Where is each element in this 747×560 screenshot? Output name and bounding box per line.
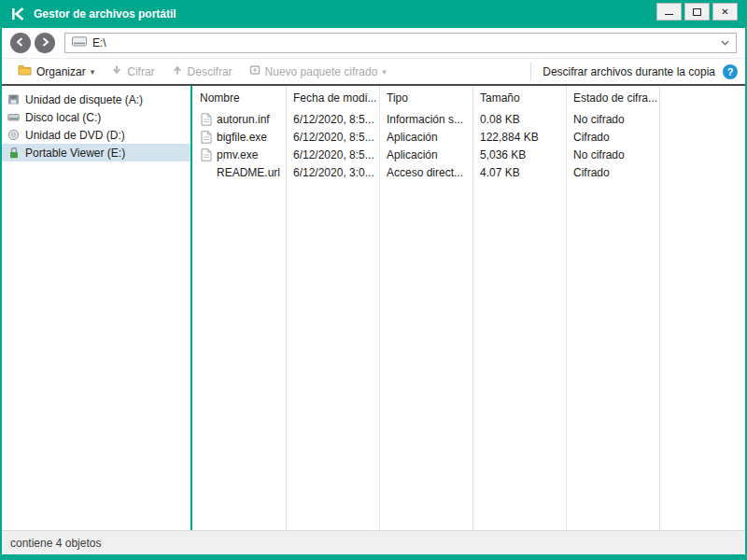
file-type: Acceso direct... bbox=[379, 166, 472, 179]
dvd-drive-icon bbox=[7, 129, 20, 141]
forward-arrow-icon bbox=[39, 36, 50, 50]
document-icon bbox=[200, 113, 212, 126]
file-row[interactable]: bigfile.exe 6/12/2020, 8:5... Aplicación… bbox=[192, 128, 744, 146]
package-icon bbox=[249, 64, 261, 78]
sidebar-item-floppy-a[interactable]: Unidad de disquete (A:) bbox=[2, 91, 190, 108]
file-list: Nombre Fecha de modi... Tipo Tamaño Esta… bbox=[192, 86, 745, 530]
decrypt-button[interactable]: Descifrar bbox=[163, 61, 241, 82]
file-size: 0.08 KB bbox=[472, 113, 566, 126]
file-row[interactable]: autorun.inf 6/12/2020, 8:5... Informació… bbox=[192, 110, 744, 128]
minimize-icon bbox=[665, 14, 673, 15]
decrypt-on-copy-label: Descifrar archivos durante la copia bbox=[543, 65, 715, 78]
forward-button[interactable] bbox=[35, 33, 55, 53]
close-icon: ✕ bbox=[721, 7, 728, 17]
organize-label: Organizar bbox=[36, 65, 86, 78]
hard-drive-icon bbox=[7, 111, 20, 123]
file-size: 122,884 KB bbox=[472, 131, 566, 144]
folder-icon bbox=[18, 64, 32, 78]
file-modified: 6/12/2020, 8:5... bbox=[286, 131, 379, 144]
file-type: Información s... bbox=[379, 113, 472, 126]
new-encrypted-package-button[interactable]: Nuevo paquete cifrado ▾ bbox=[241, 61, 395, 82]
address-dropdown-icon[interactable] bbox=[721, 40, 729, 46]
status-bar: contiene 4 objetos bbox=[2, 530, 745, 554]
file-name: README.url bbox=[217, 166, 280, 179]
close-button[interactable]: ✕ bbox=[712, 3, 738, 21]
toolbar: Organizar ▾ Cifrar Descifrar Nuevo paque… bbox=[2, 58, 745, 86]
navigation-bar: E:\ bbox=[2, 28, 745, 58]
encrypted-drive-lock-icon bbox=[7, 147, 20, 159]
sidebar-item-portable-viewer-e[interactable]: Portable Viewer (E:) bbox=[2, 144, 190, 161]
file-modified: 6/12/2020, 8:5... bbox=[286, 148, 379, 161]
column-header-type[interactable]: Tipo bbox=[379, 91, 472, 105]
status-text: contiene 4 objetos bbox=[10, 537, 101, 550]
help-button[interactable]: ? bbox=[723, 64, 738, 79]
help-icon: ? bbox=[727, 66, 734, 77]
file-modified: 6/12/2020, 8:5... bbox=[286, 113, 379, 126]
sidebar-item-label: Portable Viewer (E:) bbox=[25, 147, 125, 160]
address-bar[interactable]: E:\ bbox=[64, 33, 737, 53]
column-header-encryption-status[interactable]: Estado de cifra... bbox=[566, 91, 659, 105]
column-header-modified[interactable]: Fecha de modi... bbox=[286, 91, 379, 105]
app-window: Gestor de archivos portátil ✕ E:\ Organi… bbox=[0, 0, 747, 560]
decrypt-label: Descifrar bbox=[188, 65, 233, 78]
file-type: Aplicación bbox=[379, 148, 472, 161]
maximize-button[interactable] bbox=[684, 3, 710, 21]
drive-icon bbox=[72, 36, 87, 49]
column-header-name[interactable]: Nombre bbox=[192, 91, 286, 105]
file-modified: 6/12/2020, 3:0... bbox=[286, 166, 379, 179]
floppy-drive-icon bbox=[7, 93, 20, 105]
file-row[interactable]: README.url 6/12/2020, 3:0... Acceso dire… bbox=[192, 163, 744, 181]
new-package-dropdown-icon: ▾ bbox=[382, 67, 387, 77]
maximize-icon bbox=[693, 8, 701, 16]
sidebar-item-dvd-d[interactable]: Unidad de DVD (D:) bbox=[2, 126, 190, 144]
encrypt-arrow-icon bbox=[111, 64, 122, 78]
sidebar-item-label: Unidad de disquete (A:) bbox=[25, 93, 143, 106]
new-package-label: Nuevo paquete cifrado bbox=[265, 65, 378, 78]
decrypt-arrow-icon bbox=[172, 64, 183, 78]
file-list-header: Nombre Fecha de modi... Tipo Tamaño Esta… bbox=[192, 86, 744, 110]
file-row[interactable]: pmv.exe 6/12/2020, 8:5... Aplicación 5,0… bbox=[192, 146, 744, 163]
window-title: Gestor de archivos portátil bbox=[34, 7, 176, 21]
drive-tree: Unidad de disquete (A:) Disco local (C:)… bbox=[2, 86, 190, 530]
sidebar-item-local-disk-c[interactable]: Disco local (C:) bbox=[2, 108, 190, 126]
file-name: pmv.exe bbox=[217, 148, 258, 161]
file-type: Aplicación bbox=[379, 131, 472, 144]
file-name: autorun.inf bbox=[217, 113, 270, 126]
kaspersky-logo-icon bbox=[10, 7, 25, 21]
sidebar-item-label: Disco local (C:) bbox=[25, 111, 101, 124]
toolbar-separator bbox=[530, 63, 531, 81]
encrypt-button[interactable]: Cifrar bbox=[103, 61, 162, 82]
encrypt-label: Cifrar bbox=[127, 65, 154, 78]
back-arrow-icon bbox=[15, 36, 26, 50]
file-encryption-status: No cifrado bbox=[566, 113, 659, 126]
content-area: Unidad de disquete (A:) Disco local (C:)… bbox=[2, 86, 745, 530]
document-icon bbox=[200, 131, 212, 144]
document-icon bbox=[200, 148, 212, 161]
organize-dropdown-icon: ▾ bbox=[91, 67, 95, 77]
organize-button[interactable]: Organizar ▾ bbox=[9, 61, 103, 82]
file-encryption-status: No cifrado bbox=[566, 148, 659, 161]
address-path: E:\ bbox=[92, 36, 715, 49]
minimize-button[interactable] bbox=[656, 3, 682, 21]
file-size: 5,036 KB bbox=[472, 148, 566, 161]
title-bar: Gestor de archivos portátil ✕ bbox=[2, 0, 745, 28]
file-encryption-status: Cifrado bbox=[566, 166, 659, 179]
file-size: 4.07 KB bbox=[472, 166, 566, 179]
file-name: bigfile.exe bbox=[217, 131, 267, 144]
back-button[interactable] bbox=[10, 33, 31, 53]
column-header-size[interactable]: Tamaño bbox=[472, 91, 566, 105]
file-encryption-status: Cifrado bbox=[566, 131, 659, 144]
window-controls: ✕ bbox=[656, 3, 738, 21]
sidebar-item-label: Unidad de DVD (D:) bbox=[25, 129, 125, 142]
toolbar-right-group: Descifrar archivos durante la copia ? bbox=[530, 63, 738, 81]
